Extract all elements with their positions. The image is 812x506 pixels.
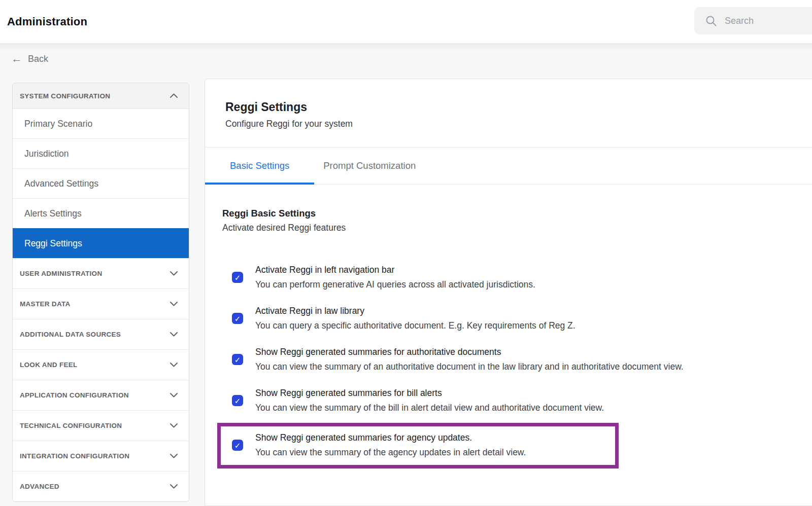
feature-description: You can view the summary of the bill in … <box>255 401 604 415</box>
feature-list: ✓ Activate Reggi in left navigation bar … <box>205 263 812 468</box>
sidebar-item-advanced-settings[interactable]: Advanced Settings <box>13 168 189 198</box>
top-bar: Administration <box>0 0 812 43</box>
feature-title: Show Reggi generated summaries for autho… <box>255 345 684 359</box>
feature-title: Activate Reggi in left navigation bar <box>255 263 535 277</box>
search-icon <box>705 15 717 27</box>
chevron-down-icon <box>170 482 178 491</box>
feature-row-agency-update-summaries: ✓ Show Reggi generated summaries for age… <box>217 423 619 468</box>
sidebar-section-technical-configuration[interactable]: TECHNICAL CONFIGURATION <box>13 410 189 441</box>
checkbox-agency-update-summaries[interactable]: ✓ <box>232 440 243 451</box>
search-box[interactable] <box>694 7 812 34</box>
checkbox-activate-left-nav[interactable]: ✓ <box>232 272 243 283</box>
section-heading: Reggi Basic Settings <box>222 208 812 219</box>
section-label: ADVANCED <box>20 483 59 490</box>
section-label: MASTER DATA <box>20 300 71 308</box>
section-label: SYSTEM CONFIGURATION <box>20 92 110 100</box>
section-label: USER ADMINISTRATION <box>20 270 102 277</box>
feature-title: Activate Reggi in law library <box>255 304 576 318</box>
back-arrow-icon: ← <box>11 53 22 64</box>
feature-description: You can query a specific authoritative d… <box>255 318 576 333</box>
feature-text: Show Reggi generated summaries for bill … <box>255 386 604 415</box>
feature-row-law-library: ✓ Activate Reggi in law library You can … <box>232 304 812 333</box>
section-label: LOOK AND FEEL <box>20 361 78 369</box>
section-label: APPLICATION CONFIGURATION <box>20 391 129 399</box>
sidebar-section-system-configuration[interactable]: SYSTEM CONFIGURATION <box>13 83 189 109</box>
chevron-down-icon <box>170 452 178 461</box>
sidebar-item-primary-scenario[interactable]: Primary Scenario <box>13 109 189 138</box>
chevron-down-icon <box>170 360 178 370</box>
section-label: ADDITIONAL DATA SOURCES <box>20 331 121 338</box>
tab-bar: Basic Settings Prompt Customization <box>205 148 812 185</box>
checkbox-authoritative-summaries[interactable]: ✓ <box>232 354 243 365</box>
chevron-up-icon <box>170 91 178 100</box>
chevron-down-icon <box>170 391 178 400</box>
feature-text: Show Reggi generated summaries for agenc… <box>255 430 526 460</box>
feature-title: Show Reggi generated summaries for bill … <box>255 386 604 401</box>
section-label: INTEGRATION CONFIGURATION <box>20 452 129 460</box>
panel-subtitle: Configure Reggi for your system <box>225 119 812 129</box>
sidebar-item-alerts-settings[interactable]: Alerts Settings <box>13 198 189 228</box>
page-title: Administration <box>7 0 87 43</box>
panel-header: Reggi Settings Configure Reggi for your … <box>205 79 812 148</box>
section-label: TECHNICAL CONFIGURATION <box>20 422 122 429</box>
tab-prompt-customization[interactable]: Prompt Customization <box>314 148 425 184</box>
feature-description: You can view the summary of the agency u… <box>255 445 526 460</box>
sidebar-section-user-administration[interactable]: USER ADMINISTRATION <box>13 258 189 288</box>
back-button[interactable]: ← Back <box>11 53 48 64</box>
feature-description: You can perform generative AI queries ac… <box>255 277 535 292</box>
chevron-down-icon <box>170 330 178 339</box>
feature-text: Activate Reggi in left navigation bar Yo… <box>255 263 535 292</box>
chevron-down-icon <box>170 269 178 278</box>
feature-description: You can view the summary of an authorita… <box>255 359 684 374</box>
checkbox-bill-alert-summaries[interactable]: ✓ <box>232 395 243 406</box>
back-label: Back <box>28 54 48 64</box>
sidebar-section-application-configuration[interactable]: APPLICATION CONFIGURATION <box>13 380 189 410</box>
chevron-down-icon <box>170 421 178 430</box>
sidebar-section-look-and-feel[interactable]: LOOK AND FEEL <box>13 349 189 380</box>
reggi-settings-panel: Reggi Settings Configure Reggi for your … <box>205 79 812 506</box>
feature-row-left-nav: ✓ Activate Reggi in left navigation bar … <box>232 263 812 292</box>
feature-text: Activate Reggi in law library You can qu… <box>255 304 576 333</box>
section-subheading: Activate desired Reggi features <box>222 223 812 233</box>
sidebar-item-jurisdiction[interactable]: Jurisdiction <box>13 138 189 168</box>
sidebar-section-additional-data-sources[interactable]: ADDITIONAL DATA SOURCES <box>13 319 189 349</box>
feature-row-authoritative-summaries: ✓ Show Reggi generated summaries for aut… <box>232 345 812 374</box>
sidebar-section-advanced[interactable]: ADVANCED <box>13 471 189 501</box>
chevron-down-icon <box>170 300 178 309</box>
section-intro: Reggi Basic Settings Activate desired Re… <box>222 208 812 233</box>
panel-title: Reggi Settings <box>225 100 812 114</box>
checkbox-activate-law-library[interactable]: ✓ <box>232 313 243 324</box>
settings-sidebar: SYSTEM CONFIGURATION Primary Scenario Ju… <box>12 83 189 502</box>
tab-basic-settings[interactable]: Basic Settings <box>205 148 314 184</box>
feature-row-bill-alert-summaries: ✓ Show Reggi generated summaries for bil… <box>232 386 812 415</box>
sidebar-section-master-data[interactable]: MASTER DATA <box>13 288 189 319</box>
sidebar-item-reggi-settings[interactable]: Reggi Settings <box>13 228 189 258</box>
feature-text: Show Reggi generated summaries for autho… <box>255 345 684 374</box>
feature-title: Show Reggi generated summaries for agenc… <box>255 430 526 445</box>
sidebar-section-integration-configuration[interactable]: INTEGRATION CONFIGURATION <box>13 441 189 471</box>
search-input[interactable] <box>724 15 802 27</box>
